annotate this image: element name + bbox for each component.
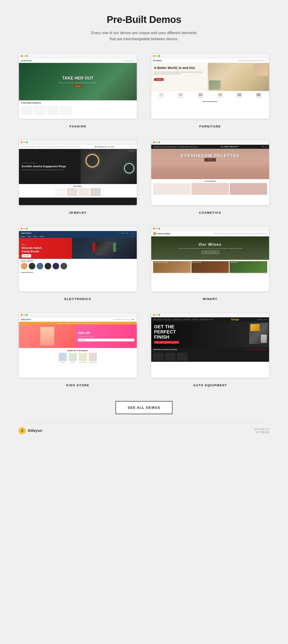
cosmetics-cat-3 — [230, 183, 267, 195]
furniture-icon-sectional-label: Sectional Sofa — [256, 97, 262, 98]
kids-cat-img-4 — [89, 353, 97, 361]
furniture-sofa — [254, 64, 268, 76]
furniture-icon-bed-img — [237, 93, 242, 96]
footer-watermark-line2: 淘气哥素材网 — [254, 431, 269, 434]
demo-item-kids[interactable]: babystore Demos Shop Features Elements ♡… — [19, 312, 137, 387]
cosmetics-cat-row — [153, 183, 267, 195]
furniture-icon-office-label: Office Furniture — [217, 97, 224, 98]
demo-preview-winery[interactable]: FRENCH WINERY WINES OUR STORY WINE CLUB … — [151, 226, 269, 292]
furniture-icon-tables: Tables & Desks — [197, 93, 204, 98]
jewelry-product-4 — [90, 188, 101, 196]
kids-cat-label-1: CAR SEAT — [60, 362, 65, 363]
browser-chrome-winery — [151, 226, 269, 231]
winery-nav: FRENCH WINERY WINES OUR STORY WINE CLUB … — [151, 231, 269, 236]
jewelry-ring-1 — [85, 154, 99, 168]
jewelry-logo: MARQUIS & CO. — [95, 146, 116, 148]
dot-green — [158, 55, 160, 57]
cosmetics-cat-2 — [192, 183, 229, 195]
fashion-product-row — [21, 106, 135, 115]
auto-hero-content: GET THEPERFECTFINISH GET YOUR PERFECT FI… — [154, 324, 266, 344]
winery-hero-title: Our Wines — [178, 242, 242, 247]
furniture-hero-text: Thank you for the love becomes very disp… — [154, 71, 205, 75]
winery-browser-content: FRENCH WINERY WINES OUR STORY WINE CLUB … — [151, 231, 269, 291]
electronics-cat-5 — [52, 263, 59, 270]
page-title: Pre-Built Demos — [19, 14, 269, 25]
furniture-hero-title: A Better World, In and Out — [154, 66, 205, 70]
winery-logo: FRENCH WINERY — [153, 232, 171, 235]
demo-item-fashion[interactable]: peakshops Everything ▾ 🔍 🛒 TAKE HER OUT … — [19, 54, 137, 128]
fashion-nav-links: Everything ▾ 🔍 🛒 — [123, 60, 135, 62]
winery-gallery-label-2: RARE COLLECTION — [192, 261, 229, 264]
fashion-hero-btn: Shop Now — [73, 85, 82, 88]
electronics-cat-6 — [60, 263, 67, 270]
demo-preview-fashion[interactable]: peakshops Everything ▾ 🔍 🛒 TAKE HER OUT … — [19, 54, 137, 119]
furniture-icon-dining-img — [178, 93, 183, 96]
footer-brand-name: Alileyun — [28, 429, 42, 433]
auto-product-thumb-1 — [153, 353, 164, 361]
winery-logo-text: FRENCH WINERY — [157, 233, 171, 234]
winery-gallery-label-3: VINEYARD TOUR — [230, 261, 267, 264]
winery-gallery-label-1: TRADITIONAL TASTING STORY — [153, 261, 191, 264]
auto-nav-right: Wishlist Cart: $0.00 — [257, 319, 267, 320]
jewelry-pearl-tag: Pearl Necklace — [128, 150, 136, 152]
demo-preview-auto[interactable]: WASH & DETAILPOLISH WAXQUOTES & FEESSPAR… — [151, 312, 269, 378]
footer-logo-icon: A — [19, 427, 26, 434]
kids-cat-3: ACCESSORIES — [79, 353, 87, 363]
jewelry-product-1 — [55, 188, 66, 196]
demo-item-auto[interactable]: WASH & DETAILPOLISH WAXQUOTES & FEESSPAR… — [151, 312, 269, 387]
dot-red — [153, 55, 155, 57]
dot-yellow — [24, 228, 25, 230]
kids-cat-4: STROLLERS/TOYS — [89, 353, 97, 363]
demo-preview-cosmetics[interactable]: NEW ARRIVALS SKINCARE MAKEUP BODY TOOLS … — [151, 140, 269, 205]
browser-chrome-jewelry — [19, 140, 137, 145]
dot-red — [153, 228, 155, 230]
electronics-logo: supershops — [21, 232, 31, 234]
winery-hero: Our Wines Our grapes are unique and natu… — [151, 236, 269, 260]
cosmetics-nav-icons: 🔍 ♡ 🛒 — [262, 146, 267, 148]
demo-preview-kids[interactable]: babystore Demos Shop Features Elements ♡… — [19, 312, 137, 378]
demo-preview-furniture[interactable]: furniture HOME DECOR FURNITURE BLOG CONT… — [151, 54, 269, 119]
electronics-nav: supershops Everything ▾🔍♡👤🛒 — [19, 231, 137, 235]
kids-cat-1: CAR SEAT — [59, 353, 67, 363]
browser-chrome-furniture — [151, 54, 269, 58]
furniture-icons: Living Room Dining & Kitchen Tables & De… — [151, 91, 269, 100]
auto-hero-text: GET THEPERFECTFINISH — [154, 324, 266, 340]
cosmetics-hero: EYESHADOW PALETTES Shop Now — [151, 149, 269, 179]
demo-item-winery[interactable]: FRENCH WINERY WINES OUR STORY WINE CLUB … — [151, 226, 269, 301]
kids-cats-title: SHOP BY CATEGORY — [21, 350, 135, 352]
kids-promo-bar: Subscribe to our email list! Get a 10% O… — [19, 322, 137, 324]
dot-red — [21, 314, 22, 316]
dot-green — [26, 314, 28, 316]
dot-green — [158, 228, 160, 230]
kids-cat-2: FEEDING — [69, 353, 77, 363]
winery-shop-btn: SHOP ALL WINES — [202, 251, 219, 254]
electronics-categories: Explore Categories — [19, 259, 137, 271]
see-all-demos-button[interactable]: SEE ALL DEMOS — [116, 401, 172, 414]
dot-yellow — [156, 228, 157, 230]
demo-item-furniture[interactable]: furniture HOME DECOR FURNITURE BLOG CONT… — [151, 54, 269, 128]
kids-hero-image — [40, 327, 54, 346]
auto-products-row — [151, 352, 269, 362]
footer-watermark-line1: www.tqge.com — [254, 428, 269, 431]
demo-item-electronics[interactable]: supershops Everything ▾🔍♡👤🛒 LaptopsTable… — [19, 226, 137, 301]
electronics-products: Featured Products — [19, 271, 137, 274]
demo-preview-electronics[interactable]: supershops Everything ▾🔍♡👤🛒 LaptopsTable… — [19, 226, 137, 292]
dot-green — [26, 55, 28, 57]
fashion-hero-title: TAKE HER OUT — [58, 76, 97, 81]
demo-label-auto: AUTO EQUIPMENT — [193, 384, 227, 387]
demo-item-cosmetics[interactable]: NEW ARRIVALS SKINCARE MAKEUP BODY TOOLS … — [151, 140, 269, 214]
furniture-icon-living-img — [159, 93, 164, 96]
browser-chrome-fashion — [19, 54, 137, 58]
page-wrapper: Pre-Built Demos Every one of our demos a… — [0, 0, 288, 454]
jewelry-title: Eventful Jewelry Engagement Rings — [22, 164, 78, 168]
jewelry-product-row — [21, 188, 135, 196]
demo-preview-jewelry[interactable]: ENGAGEMENT & WEDDINGRINGSNECKLACESBRACEL… — [19, 140, 137, 205]
demo-label-kids: KIDS STORE — [66, 384, 89, 387]
demo-item-jewelry[interactable]: ENGAGEMENT & WEDDINGRINGSNECKLACESBRACEL… — [19, 140, 137, 214]
electronics-cat-3 — [37, 263, 43, 270]
jewelry-ring-2 — [124, 163, 134, 174]
kids-cat-label-3: ACCESSORIES — [80, 362, 86, 363]
kids-cat-label-4: STROLLERS/TOYS — [89, 362, 97, 363]
dot-yellow — [24, 142, 25, 143]
furniture-icon-tables-img — [198, 93, 203, 96]
